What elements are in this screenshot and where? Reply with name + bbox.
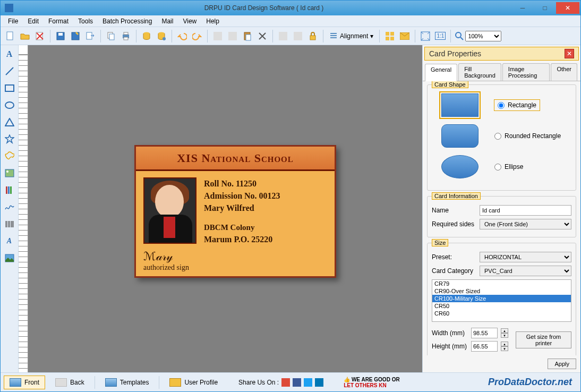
shape-ellipse-radio[interactable]: Ellipse [494, 163, 523, 171]
linkedin-icon[interactable] [315, 378, 323, 387]
text-tool-icon[interactable]: A [4, 48, 15, 60]
menu-tools[interactable]: Tools [74, 16, 97, 26]
category-select[interactable]: PVC_Card [480, 266, 571, 276]
star-tool-icon[interactable] [4, 133, 15, 145]
paste-icon[interactable] [241, 30, 254, 42]
svg-rect-9 [124, 32, 128, 35]
svg-rect-3 [58, 33, 63, 36]
svg-rect-30 [5, 169, 14, 177]
id-card[interactable]: XIS National School Roll No. 11250 Admis… [134, 145, 336, 278]
redo-icon[interactable] [191, 30, 203, 42]
brand-label[interactable]: ProDataDoctor.net [488, 377, 577, 388]
svg-rect-23 [386, 37, 389, 40]
preset-select[interactable]: HORIZONTAL [480, 252, 571, 262]
list-item[interactable]: CR100-Military Size [432, 295, 571, 302]
maximize-button[interactable]: □ [534, 2, 556, 14]
shape-rounded-preview[interactable] [441, 124, 479, 148]
alignment-dropdown[interactable]: Alignment ▾ [327, 32, 375, 40]
tab-general[interactable]: General [425, 64, 457, 81]
actual-icon[interactable]: 1:1 [434, 30, 447, 42]
width-spinner[interactable]: ▲▼ [501, 328, 508, 338]
apply-button[interactable]: Apply [548, 359, 576, 369]
zoom-control[interactable]: 100% [455, 31, 501, 41]
menu-format[interactable]: Format [44, 16, 73, 26]
menu-help[interactable]: Help [202, 16, 224, 26]
list-item[interactable]: CR90-Over Sized [432, 287, 571, 295]
list-item[interactable]: CR60 [432, 310, 571, 317]
user-profile-button[interactable]: User Profile [164, 376, 224, 389]
image-tool-icon[interactable] [4, 167, 15, 179]
sides-select[interactable]: One (Front Side) [480, 219, 571, 229]
templates-button[interactable]: Templates [99, 376, 155, 389]
library-tool-icon[interactable] [4, 184, 15, 196]
svg-rect-14 [213, 32, 222, 40]
signature-tool-icon[interactable] [4, 201, 15, 213]
facebook-icon[interactable] [293, 378, 301, 387]
new-icon[interactable] [4, 30, 16, 42]
tab-image[interactable]: Image Processing [502, 63, 550, 81]
gplus-icon[interactable] [281, 378, 290, 387]
list-item[interactable]: CR50 [432, 302, 571, 310]
back-side-button[interactable]: Back [49, 376, 90, 389]
svg-rect-0 [7, 32, 13, 40]
watermark-tool-icon[interactable]: A [4, 235, 15, 247]
background-tool-icon[interactable] [4, 252, 15, 264]
tab-other[interactable]: Other [551, 63, 577, 81]
ellipse-tool-icon[interactable] [4, 99, 15, 111]
size-listbox[interactable]: CR79 CR90-Over Sized CR100-Military Size… [432, 279, 571, 322]
menu-mail[interactable]: Mail [157, 16, 177, 26]
name-input[interactable] [480, 205, 571, 216]
canvas[interactable]: XIS National School Roll No. 11250 Admis… [28, 55, 422, 372]
mail-icon[interactable] [398, 30, 411, 42]
close-button[interactable]: ✕ [556, 2, 579, 14]
get-size-button[interactable]: Get size from printer [516, 331, 571, 348]
name-label: Name [432, 207, 475, 214]
layer2-icon[interactable] [292, 30, 304, 42]
properties-close-button[interactable]: ✕ [565, 49, 574, 58]
copy-icon[interactable] [105, 30, 117, 42]
menu-edit[interactable]: Edit [23, 16, 43, 26]
rect-tool-icon[interactable] [4, 82, 15, 94]
shape-ellipse-preview[interactable] [441, 155, 479, 178]
minimize-button[interactable]: ─ [511, 2, 534, 14]
undo-icon[interactable] [176, 30, 189, 42]
menu-view[interactable]: View [178, 16, 201, 26]
shape-rounded-radio[interactable]: Rounded Rectangle [494, 132, 561, 140]
width-input[interactable] [471, 328, 498, 338]
svg-rect-18 [279, 32, 287, 40]
copy2-icon[interactable] [226, 30, 239, 42]
card-info-title: Card Information [432, 192, 481, 200]
print-icon[interactable] [119, 30, 132, 42]
tab-fill[interactable]: Fill Background [458, 63, 501, 81]
barcode-tool-icon[interactable] [4, 218, 15, 230]
del-icon[interactable] [256, 30, 269, 42]
app-icon [5, 4, 13, 12]
layer1-icon[interactable] [277, 30, 289, 42]
db1-icon[interactable] [140, 30, 153, 42]
saveas-icon[interactable] [69, 30, 82, 42]
svg-rect-32 [6, 186, 7, 194]
triangle-tool-icon[interactable] [4, 116, 15, 128]
save-icon[interactable] [54, 30, 67, 42]
lock-icon[interactable] [306, 30, 319, 42]
open-icon[interactable] [19, 30, 31, 42]
list-item[interactable]: CR79 [432, 280, 571, 287]
properties-header: Card Properties ✕ [424, 47, 579, 61]
menu-batch[interactable]: Batch Processing [98, 16, 156, 26]
svg-rect-28 [5, 85, 14, 91]
cut-icon[interactable] [211, 30, 224, 42]
line-tool-icon[interactable] [4, 65, 15, 77]
height-spinner[interactable]: ▲▼ [501, 342, 508, 351]
shape-tool-icon[interactable] [4, 150, 15, 162]
export-icon[interactable] [84, 30, 97, 42]
height-input[interactable] [471, 341, 498, 352]
delete-icon[interactable] [33, 30, 46, 42]
db2-icon[interactable] [155, 30, 168, 42]
shape-rect-radio[interactable]: Rectangle [494, 100, 540, 110]
grid-icon[interactable] [383, 30, 396, 42]
twitter-icon[interactable] [304, 378, 312, 387]
fit-icon[interactable] [419, 30, 432, 42]
shape-rect-preview[interactable] [441, 93, 479, 117]
front-side-button[interactable]: Front [4, 376, 45, 389]
menu-file[interactable]: File [4, 16, 22, 26]
